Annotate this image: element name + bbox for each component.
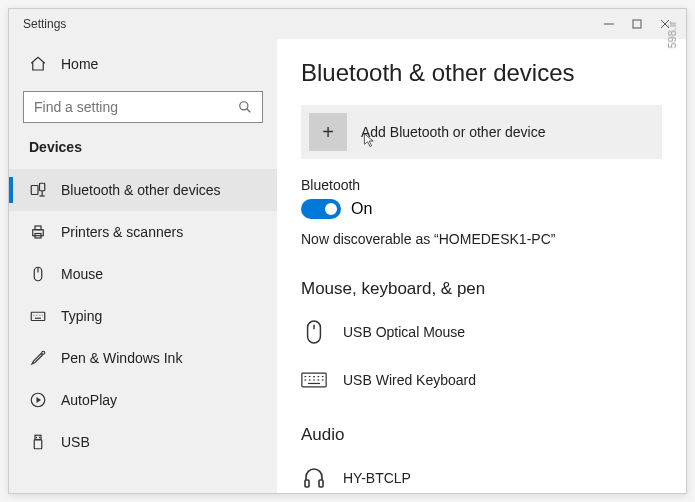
search-box[interactable]	[23, 91, 263, 123]
nav-item-mouse[interactable]: Mouse	[9, 253, 277, 295]
category-header: Mouse, keyboard, & pen	[301, 279, 662, 299]
nav-item-printers[interactable]: Printers & scanners	[9, 211, 277, 253]
category-header: Audio	[301, 425, 662, 445]
svg-rect-1	[633, 20, 641, 28]
mouse-device-icon	[301, 319, 327, 345]
discoverable-text: Now discoverable as “HOMEDESK1-PC”	[301, 231, 662, 247]
nav-item-pen[interactable]: Pen & Windows Ink	[9, 337, 277, 379]
bluetooth-toggle[interactable]	[301, 199, 341, 219]
nav-item-label: AutoPlay	[61, 392, 117, 408]
device-item-keyboard[interactable]: USB Wired Keyboard	[301, 359, 662, 407]
svg-point-21	[42, 351, 45, 354]
bluetooth-toggle-row: On	[301, 199, 662, 219]
nav-item-autoplay[interactable]: AutoPlay	[9, 379, 277, 421]
nav-item-label: Mouse	[61, 266, 103, 282]
bluetooth-state: On	[351, 200, 372, 218]
nav-item-label: USB	[61, 434, 90, 450]
watermark: 598.ir	[666, 21, 678, 49]
svg-rect-28	[308, 321, 321, 343]
plus-icon: +	[309, 113, 347, 151]
device-label: USB Optical Mouse	[343, 324, 465, 340]
svg-rect-6	[31, 186, 38, 195]
sidebar: Home Devices Bluetooth & other devices	[9, 39, 277, 493]
title-bar: Settings	[9, 9, 686, 39]
content-area: Home Devices Bluetooth & other devices	[9, 39, 686, 493]
cursor-icon	[363, 133, 377, 149]
home-label: Home	[61, 56, 98, 72]
svg-marker-23	[37, 397, 42, 403]
search-input[interactable]	[34, 99, 236, 115]
svg-rect-7	[40, 183, 45, 191]
sidebar-header: Devices	[9, 135, 277, 169]
device-item-audio[interactable]: HY-BTCLP	[301, 457, 662, 493]
usb-icon	[29, 433, 47, 451]
home-link[interactable]: Home	[9, 45, 277, 83]
svg-rect-42	[305, 480, 309, 487]
nav-item-label: Bluetooth & other devices	[61, 182, 221, 198]
bluetooth-label: Bluetooth	[301, 177, 662, 193]
minimize-button[interactable]	[602, 17, 616, 31]
nav-item-label: Pen & Windows Ink	[61, 350, 182, 366]
svg-rect-10	[33, 230, 44, 236]
autoplay-icon	[29, 391, 47, 409]
svg-rect-11	[35, 226, 41, 230]
pen-icon	[29, 349, 47, 367]
nav-item-typing[interactable]: Typing	[9, 295, 277, 337]
nav-item-bluetooth[interactable]: Bluetooth & other devices	[9, 169, 277, 211]
add-device-label: Add Bluetooth or other device	[361, 124, 545, 140]
printer-icon	[29, 223, 47, 241]
nav-item-label: Printers & scanners	[61, 224, 183, 240]
svg-point-4	[240, 102, 248, 110]
main-panel: Bluetooth & other devices + Add Bluetoot…	[277, 39, 686, 493]
svg-rect-15	[31, 312, 45, 320]
keyboard-icon	[29, 307, 47, 325]
nav-item-label: Typing	[61, 308, 102, 324]
add-device-button[interactable]: + Add Bluetooth or other device	[301, 105, 662, 159]
maximize-button[interactable]	[630, 17, 644, 31]
page-title: Bluetooth & other devices	[301, 59, 662, 87]
device-label: HY-BTCLP	[343, 470, 411, 486]
settings-window: 598.ir Settings Home	[8, 8, 687, 494]
device-item-mouse[interactable]: USB Optical Mouse	[301, 311, 662, 359]
nav-item-usb[interactable]: USB	[9, 421, 277, 463]
nav-list: Bluetooth & other devices Printers & sca…	[9, 169, 277, 463]
svg-rect-25	[34, 440, 42, 449]
home-icon	[29, 55, 47, 73]
bluetooth-icon	[29, 181, 47, 199]
headphones-icon	[301, 465, 327, 491]
svg-line-5	[247, 109, 251, 113]
keyboard-device-icon	[301, 367, 327, 393]
window-title: Settings	[23, 17, 66, 31]
mouse-icon	[29, 265, 47, 283]
svg-rect-43	[319, 480, 323, 487]
device-label: USB Wired Keyboard	[343, 372, 476, 388]
search-icon	[236, 98, 254, 116]
